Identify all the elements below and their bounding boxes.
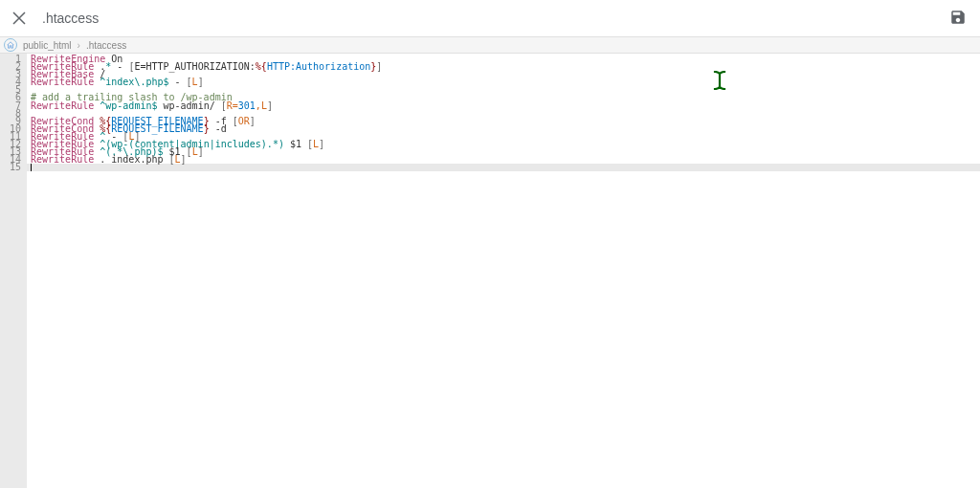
code-line[interactable]: RewriteRule ^wp-admin$ wp-admin/ [R=301,… <box>31 102 976 110</box>
editor-container: 123456789101112131415 RewriteEngine OnRe… <box>0 54 980 488</box>
breadcrumb: public_html › .htaccess <box>0 36 980 54</box>
code-line[interactable]: RewriteRule ^index\.php$ - [L] <box>31 78 976 86</box>
close-button[interactable] <box>11 11 27 26</box>
text-cursor-icon <box>713 71 726 95</box>
code-line[interactable]: RewriteRule .* - [E=HTTP_AUTHORIZATION:%… <box>31 63 976 71</box>
code-editor[interactable]: RewriteEngine OnRewriteRule .* - [E=HTTP… <box>27 54 980 488</box>
code-line[interactable]: RewriteCond %{REQUEST_FILENAME} -d <box>31 125 976 133</box>
file-title: .htaccess <box>42 11 99 26</box>
text-caret <box>31 164 32 171</box>
home-icon[interactable] <box>4 38 17 52</box>
save-button[interactable] <box>949 9 969 28</box>
chevron-right-icon: › <box>78 40 80 51</box>
code-line[interactable]: RewriteRule . index.php [L] <box>31 156 976 164</box>
code-line[interactable] <box>31 164 976 171</box>
save-icon <box>949 9 967 26</box>
header-bar: .htaccess <box>0 0 980 36</box>
header-left: .htaccess <box>11 11 99 26</box>
close-icon <box>12 11 26 25</box>
line-gutter: 123456789101112131415 <box>0 54 27 488</box>
breadcrumb-segment[interactable]: public_html <box>23 40 72 51</box>
line-number: 15 <box>0 164 21 171</box>
breadcrumb-segment[interactable]: .htaccess <box>86 40 126 51</box>
